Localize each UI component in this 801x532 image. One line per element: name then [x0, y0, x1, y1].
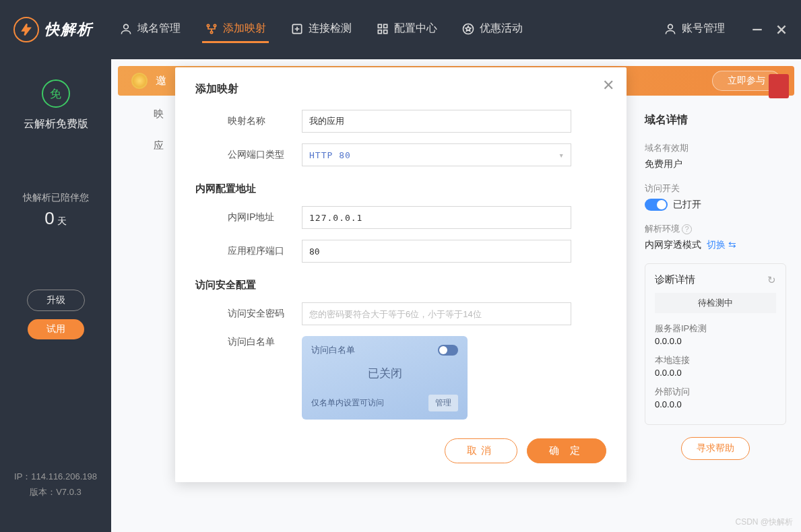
companion-text: 快解析已陪伴您 [23, 192, 89, 204]
nav-domain-manage[interactable]: 域名管理 [117, 16, 183, 43]
domain-details-panel: 域名详情 域名有效期 免费用户 访问开关 已打开 解析环境? 内网穿透模式 切换… [642, 108, 789, 465]
switch-mode-link[interactable]: 切换 ⇆ [707, 239, 736, 250]
account-label: 账号管理 [682, 22, 725, 36]
access-toggle[interactable] [645, 199, 668, 211]
mode-row: 内网穿透模式 切换 ⇆ [645, 239, 786, 251]
svg-point-0 [124, 24, 129, 29]
diag-external: 外部访问0.0.0.0 [655, 386, 776, 409]
add-mapping-modal: ✕ 添加映射 映射名称 公网端口类型 HTTP 80 ▾ 内网配置地址 内网IP… [175, 67, 627, 482]
nav-label: 连接检测 [309, 22, 352, 36]
header-right: 账号管理 [661, 16, 788, 43]
diagnosis-box: 诊断详情 ↻ 待检测中 服务器IP检测0.0.0.0 本地连接0.0.0.0 外… [645, 263, 786, 425]
whitelist-status: 已关闭 [311, 366, 458, 381]
modal-close-button[interactable]: ✕ [602, 77, 614, 94]
refresh-icon[interactable]: ↻ [767, 274, 776, 286]
sidebar-footer: IP：114.116.206.198 版本：V7.0.3 [14, 469, 97, 500]
whitelist-hint: 仅名单内设置可访问 [311, 397, 384, 409]
confirm-button[interactable]: 确 定 [527, 438, 606, 463]
password-input[interactable] [302, 302, 571, 325]
header: 快解析 域名管理 添加映射 连接检测 配置中心 优惠活动 [0, 0, 801, 59]
intranet-ip-input[interactable] [302, 206, 571, 229]
watermark: CSDN @快解析 [735, 517, 793, 528]
password-label: 访问安全密码 [228, 308, 302, 320]
mapping-icon [205, 22, 218, 36]
cancel-button[interactable]: 取消 [445, 438, 517, 463]
nav-account[interactable]: 账号管理 [661, 16, 728, 43]
app-port-label: 应用程序端口 [228, 245, 302, 257]
whitelist-card: 访问白名单 已关闭 仅名单内设置可访问 管理 [302, 336, 468, 420]
free-badge-icon: 免 [42, 79, 70, 108]
trial-button[interactable]: 试用 [28, 319, 84, 339]
expiry-value: 免费用户 [645, 158, 786, 170]
svg-rect-7 [378, 30, 381, 33]
nav-label: 添加映射 [223, 22, 266, 36]
chevron-down-icon: ▾ [558, 150, 564, 160]
modal-title: 添加映射 [195, 82, 606, 96]
logo-icon [13, 17, 39, 42]
intranet-ip-label: 内网IP地址 [228, 211, 302, 224]
port-type-select[interactable]: HTTP 80 ▾ [302, 143, 571, 166]
nav-add-mapping[interactable]: 添加映射 [202, 16, 269, 43]
nav-label: 配置中心 [394, 22, 437, 36]
nav-promotions[interactable]: 优惠活动 [459, 16, 525, 43]
diag-title: 诊断详情 [655, 273, 695, 286]
mapping-name-label: 映射名称 [228, 115, 302, 127]
app-port-input[interactable] [302, 240, 571, 263]
check-icon [290, 22, 304, 36]
section-security: 访问安全配置 [195, 279, 606, 292]
sidebar-title: 云解析免费版 [24, 117, 88, 131]
close-button[interactable] [775, 24, 788, 36]
user-icon [664, 22, 677, 36]
whitelist-label: 访问白名单 [228, 336, 302, 348]
promo-text-prefix: 邀 [156, 74, 166, 88]
svg-point-10 [668, 24, 673, 29]
mapping-name-input[interactable] [302, 110, 571, 133]
star-icon [461, 22, 475, 36]
main-nav: 域名管理 添加映射 连接检测 配置中心 优惠活动 [117, 16, 661, 43]
svg-rect-8 [384, 30, 387, 33]
diag-server-ip: 服务器IP检测0.0.0.0 [655, 323, 776, 346]
help-icon[interactable]: ? [682, 224, 692, 234]
upgrade-button[interactable]: 升级 [27, 290, 85, 311]
coin-icon [131, 73, 148, 89]
svg-point-3 [210, 31, 212, 33]
user-icon [119, 22, 133, 36]
svg-rect-6 [384, 24, 387, 28]
minimize-button[interactable] [751, 24, 763, 36]
whitelist-manage-button[interactable]: 管理 [428, 395, 458, 411]
whitelist-toggle[interactable] [438, 345, 458, 356]
expiry-label: 域名有效期 [645, 142, 786, 154]
access-toggle-state: 已打开 [673, 199, 701, 211]
svg-rect-5 [378, 24, 381, 28]
logo: 快解析 [13, 17, 93, 42]
svg-point-1 [207, 24, 209, 26]
logo-text: 快解析 [44, 20, 93, 40]
grid-icon [376, 22, 389, 36]
nav-label: 域名管理 [137, 22, 181, 36]
version-value: V7.0.3 [56, 487, 82, 497]
port-type-label: 公网端口类型 [228, 149, 302, 161]
days-count: 0天 [44, 208, 66, 229]
env-label: 解析环境? [645, 223, 786, 235]
nav-label: 优惠活动 [480, 22, 523, 36]
red-packet-icon [769, 74, 789, 98]
panel-title: 域名详情 [645, 113, 786, 127]
diag-local: 本地连接0.0.0.0 [655, 354, 776, 378]
sidebar: 免 云解析免费版 快解析已陪伴您 0天 升级 试用 IP：114.116.206… [0, 59, 111, 532]
seek-help-button[interactable]: 寻求帮助 [681, 437, 750, 460]
nav-config-center[interactable]: 配置中心 [373, 16, 440, 43]
nav-connection-test[interactable]: 连接检测 [288, 16, 354, 43]
ip-value: 114.116.206.198 [31, 471, 97, 481]
access-switch-label: 访问开关 [645, 182, 786, 195]
svg-point-2 [214, 24, 216, 26]
diag-status: 待检测中 [655, 293, 776, 313]
whitelist-card-title: 访问白名单 [311, 344, 355, 356]
section-intranet: 内网配置地址 [195, 182, 606, 195]
